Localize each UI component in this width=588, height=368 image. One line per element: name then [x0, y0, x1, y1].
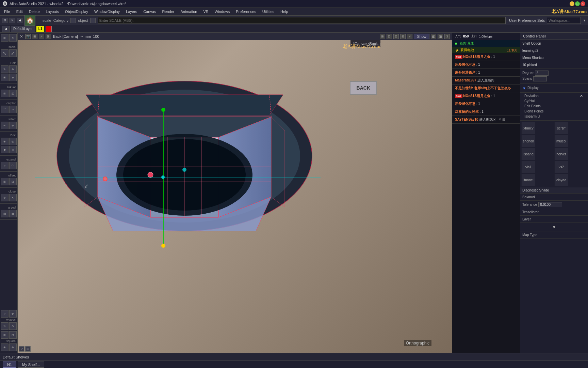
display-triangle[interactable]: ▼: [522, 86, 526, 90]
left-extend2[interactable]: ⬭: [9, 162, 17, 169]
rp-icon-ltunnel[interactable]: ltunnel: [522, 174, 535, 186]
toolbar-obj-icon[interactable]: [90, 18, 96, 23]
viewport-3d[interactable]: *Canvas_Back: [18, 40, 452, 353]
toolbar-icon2[interactable]: ✕: [10, 18, 15, 23]
rp-expand-btn[interactable]: ▼: [552, 224, 557, 230]
vp-mode-icon2[interactable]: ◨: [438, 34, 443, 39]
menu-item-objectdisplay[interactable]: ObjectDisplay: [62, 9, 91, 14]
workspace-input[interactable]: [547, 17, 581, 24]
minimize-btn[interactable]: –: [570, 1, 574, 6]
menu-item-render[interactable]: Render: [159, 9, 177, 14]
rp-icon-vis1[interactable]: vis1: [522, 161, 535, 173]
left-tool-nav1[interactable]: ⊞: [1, 34, 9, 42]
menu-item-preferences[interactable]: Preferences: [233, 9, 259, 14]
menu-item-layers[interactable]: Layers: [123, 9, 140, 14]
left-offset1[interactable]: ⊞: [1, 178, 9, 185]
vp-right-icon1[interactable]: ⊞: [380, 34, 385, 39]
left-srt1[interactable]: ✂: [1, 122, 9, 129]
tolerance-input[interactable]: [538, 202, 562, 207]
command-input[interactable]: [98, 17, 506, 24]
back-button[interactable]: BACK: [350, 81, 377, 95]
layer-name[interactable]: L1: [36, 26, 45, 32]
msg-mini-9[interactable]: ⊟: [502, 118, 505, 121]
left-gryed1[interactable]: ▤: [1, 210, 9, 217]
default-layer-btn[interactable]: DefaultLayer: [11, 26, 35, 32]
left-edit2-3[interactable]: ◆: [1, 146, 9, 153]
viewport-icon-grid[interactable]: ⊞: [32, 34, 37, 39]
viewport-icon-fit[interactable]: ⊠: [46, 34, 51, 39]
left-edit-icon3[interactable]: ⊞: [1, 74, 9, 81]
rp-icon-vs2[interactable]: vs2: [555, 161, 568, 173]
left-edit-icon4[interactable]: ◈: [9, 74, 17, 81]
menu-item-delete[interactable]: Delete: [26, 9, 43, 14]
rp-icon-clayao[interactable]: clayao: [555, 174, 568, 186]
rp-icon-shdnon[interactable]: shdnon: [522, 135, 535, 147]
msg-close-9[interactable]: ✕: [499, 118, 501, 121]
layer-nav-left[interactable]: ◀: [2, 26, 10, 32]
left-scale-icon1[interactable]: ⤡: [1, 49, 9, 57]
workspace-dropdown[interactable]: ▼: [583, 19, 586, 22]
left-edit2-1[interactable]: ⊕: [1, 138, 9, 145]
vp-right-icon3[interactable]: ⊠: [393, 34, 399, 39]
menu-item-edit[interactable]: Edit: [14, 9, 26, 14]
menu-item-file[interactable]: File: [1, 9, 13, 14]
toolbar-filter-icon[interactable]: [70, 18, 76, 23]
left-rvl2[interactable]: ⊙: [9, 322, 17, 330]
left-close2[interactable]: ✕: [9, 194, 17, 201]
left-edit-icon1[interactable]: ✎: [1, 65, 9, 73]
vp-right-icon2[interactable]: ⊡: [387, 34, 392, 39]
left-srt2[interactable]: ⊗: [9, 122, 17, 129]
viewport-close[interactable]: ✕: [20, 34, 23, 39]
menu-item-windows[interactable]: Windows: [212, 9, 233, 14]
left-sq1[interactable]: ⊞: [1, 331, 9, 339]
vp-corner-btn1[interactable]: ⤢: [19, 346, 24, 352]
left-tool-nav2[interactable]: ✕: [9, 34, 17, 42]
rp-icon-horver[interactable]: horver: [555, 148, 568, 160]
left-offset2[interactable]: ⊟: [9, 178, 17, 185]
shelf-tab-n1[interactable]: N1: [3, 362, 16, 368]
left-bottom2[interactable]: ✤: [9, 310, 17, 318]
left-bottom1[interactable]: ⤢: [1, 310, 9, 318]
layer-color[interactable]: [46, 26, 52, 32]
degree-input[interactable]: [535, 71, 549, 76]
left-scale-icon2[interactable]: ⤢: [9, 49, 17, 57]
toolbar-main-icon[interactable]: 🏠: [24, 15, 35, 26]
rp-icon-isoang[interactable]: isoang: [522, 148, 535, 160]
spans-input[interactable]: [533, 76, 547, 81]
menu-item-help[interactable]: Help: [278, 9, 291, 14]
shelf-tab-myshelf[interactable]: My Shelf...: [18, 362, 44, 368]
vp-right-icon5[interactable]: ⤢: [407, 34, 412, 39]
menu-item-windowdisplay[interactable]: WindowDisplay: [92, 9, 122, 14]
left-edit2-2[interactable]: ◎: [9, 138, 17, 145]
left-ac1[interactable]: ⊕: [1, 343, 9, 351]
show-button[interactable]: Show: [414, 34, 429, 39]
close-btn[interactable]: ✕: [581, 1, 585, 6]
maximize-btn[interactable]: □: [575, 1, 580, 6]
left-brkinf1[interactable]: ⊡: [1, 90, 9, 97]
menu-item-canvas[interactable]: Canvas: [141, 9, 159, 14]
vp-mode-icon1[interactable]: ◧: [431, 34, 436, 39]
left-close1[interactable]: ⊗: [1, 194, 9, 201]
left-brkinf2[interactable]: ◱: [9, 90, 17, 97]
left-ac2[interactable]: ⊗: [9, 343, 17, 351]
menu-item-animation[interactable]: Animation: [178, 9, 200, 14]
toolbar-icon1[interactable]: ⊞: [2, 18, 7, 23]
vp-corner-btn2[interactable]: ⊞: [25, 346, 31, 352]
left-edit-icon2[interactable]: ⊕: [9, 65, 17, 73]
vp-mode-icon3[interactable]: 3: [444, 34, 450, 39]
vp-right-icon4[interactable]: ⊞: [400, 34, 406, 39]
rp-icon-scrsrf[interactable]: scrsrf: [555, 122, 568, 134]
rp-icon-xfrmcv[interactable]: xfrmcv: [522, 122, 535, 134]
viewport-icon-expand[interactable]: ⤢: [39, 34, 44, 39]
left-rvl1[interactable]: ↻: [1, 322, 9, 330]
menu-item-vr[interactable]: VR: [200, 9, 211, 14]
menu-item-utilities[interactable]: Utilities: [260, 9, 277, 14]
toolbar-arrow[interactable]: ◀: [17, 18, 22, 23]
left-gryed2[interactable]: ▦: [9, 210, 17, 217]
left-edit2-4[interactable]: ◇: [9, 146, 17, 153]
deviation-icon[interactable]: ✕: [580, 94, 585, 99]
menu-item-layouts[interactable]: Layouts: [43, 9, 62, 14]
left-sq2[interactable]: ⊡: [9, 331, 17, 339]
viewport-icon-cam[interactable]: 📷: [25, 34, 31, 39]
left-crv1[interactable]: ⌒: [1, 106, 9, 113]
